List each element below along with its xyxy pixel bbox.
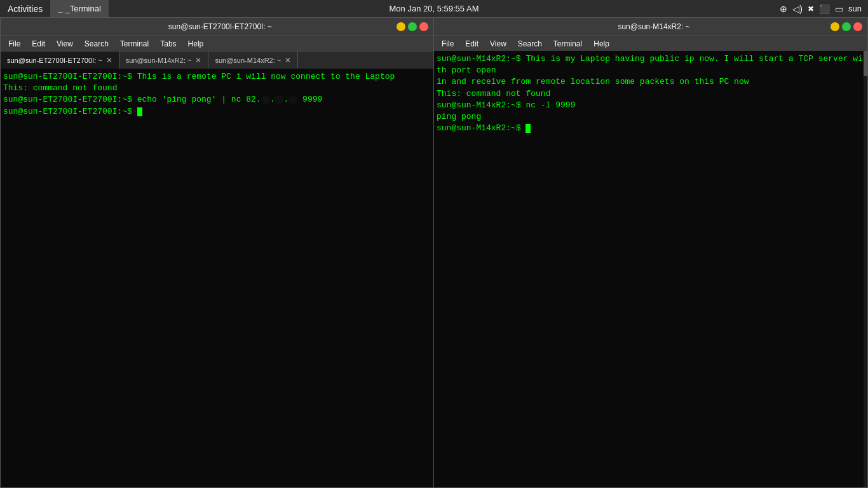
left-close-button[interactable]: ✕ [419, 22, 428, 31]
right-line-5: sun@sun-M14xR2:~$ [437, 123, 865, 134]
left-window-controls: — □ ✕ [397, 22, 428, 31]
right-line-1: in and receive from remote location some… [437, 76, 865, 88]
right-minimize-button[interactable]: — [831, 22, 839, 31]
left-menu-terminal[interactable]: Terminal [115, 38, 154, 50]
system-tray: ⊕ ◁) ✖ ⬛ ▭ sun [780, 4, 868, 14]
left-tab-2-label: sun@sun-M14xR2: ~ [215, 57, 281, 64]
right-scrollbar[interactable] [864, 51, 867, 487]
left-tab-0-close[interactable]: ✕ [106, 57, 112, 64]
right-menu-help[interactable]: Help [588, 38, 614, 50]
left-terminal-title: sun@sun-ET2700I-ET2700I: ~ [44, 22, 397, 31]
right-line-2: This: command not found [437, 88, 865, 100]
left-terminal-titlebar: sun@sun-ET2700I-ET2700I: ~ — □ ✕ [1, 18, 433, 36]
bluetooth-icon[interactable]: ✖ [808, 4, 814, 13]
left-menu-edit[interactable]: Edit [27, 38, 50, 50]
left-menu-tabs[interactable]: Tabs [155, 38, 181, 50]
left-minimize-button[interactable]: — [397, 22, 405, 31]
left-line-3: sun@sun-ET2700I-ET2700I:~$ [3, 106, 431, 118]
main-content: sun@sun-ET2700I-ET2700I: ~ — □ ✕ File Ed… [0, 17, 868, 488]
right-terminal-title: sun@sun-M14xR2: ~ [477, 22, 831, 31]
system-datetime: Mon Jan 20, 5:59:55 AM [390, 4, 479, 13]
left-tab-0[interactable]: sun@sun-ET2700I-ET2700I: ~ ✕ [1, 51, 119, 69]
activities-label: Activities [8, 4, 43, 14]
left-tab-1-close[interactable]: ✕ [195, 57, 201, 64]
terminal-label: _Terminal [65, 4, 100, 13]
left-menu-file[interactable]: File [3, 38, 25, 50]
right-menu-terminal[interactable]: Terminal [548, 38, 587, 50]
left-menubar: File Edit View Search Terminal Tabs Help [1, 36, 433, 51]
system-bar: Activities _ _Terminal Mon Jan 20, 5:59:… [0, 0, 868, 17]
right-line-4: ping pong [437, 111, 865, 123]
right-menu-view[interactable]: View [485, 38, 512, 50]
activities-button[interactable]: Activities [0, 0, 50, 17]
username[interactable]: sun [848, 4, 862, 13]
right-terminal-window: sun@sun-M14xR2: ~ — □ ✕ File Edit View S… [434, 17, 868, 488]
right-menu-file[interactable]: File [437, 38, 459, 50]
right-line-3: sun@sun-M14xR2:~$ nc -l 9999 [437, 100, 865, 111]
left-tab-2-close[interactable]: ✕ [285, 57, 291, 64]
left-tab-1-label: sun@sun-M14xR2: ~ [126, 57, 192, 64]
sound-icon[interactable]: ◁) [792, 4, 803, 14]
left-line-1: This: command not found [3, 83, 431, 94]
left-menu-search[interactable]: Search [79, 38, 114, 50]
accessibility-icon[interactable]: ⊕ [780, 4, 787, 14]
system-bar-left: Activities _ _Terminal [0, 0, 109, 17]
left-menu-view[interactable]: View [51, 38, 78, 50]
left-line-2: sun@sun-ET2700I-ET2700I:~$ echo 'ping po… [3, 94, 431, 105]
right-window-controls: — □ ✕ [831, 22, 862, 31]
battery-icon[interactable]: ▭ [835, 4, 843, 14]
left-tab-2[interactable]: sun@sun-M14xR2: ~ ✕ [208, 51, 298, 69]
right-close-button[interactable]: ✕ [853, 22, 862, 31]
right-maximize-button[interactable]: □ [842, 22, 851, 31]
right-terminal-content[interactable]: sun@sun-M14xR2:~$ This is my Laptop havi… [434, 51, 867, 487]
right-scrollbar-thumb[interactable] [864, 51, 867, 76]
terminal-icon: _ [58, 4, 62, 13]
right-line-0: sun@sun-M14xR2:~$ This is my Laptop havi… [437, 53, 865, 76]
left-terminal-window: sun@sun-ET2700I-ET2700I: ~ — □ ✕ File Ed… [0, 17, 434, 488]
left-maximize-button[interactable]: □ [408, 22, 417, 31]
terminal-taskbar-button[interactable]: _ _Terminal [50, 0, 109, 17]
left-line-0: sun@sun-ET2700I-ET2700I:~$ This is a rem… [3, 71, 431, 83]
left-tab-0-label: sun@sun-ET2700I-ET2700I: ~ [7, 57, 102, 64]
right-menu-search[interactable]: Search [513, 38, 547, 50]
right-terminal-titlebar: sun@sun-M14xR2: ~ — □ ✕ [434, 18, 867, 36]
right-menu-edit[interactable]: Edit [460, 38, 484, 50]
left-terminal-content[interactable]: sun@sun-ET2700I-ET2700I:~$ This is a rem… [1, 69, 433, 487]
right-menubar: File Edit View Search Terminal Help [434, 36, 867, 51]
left-menu-help[interactable]: Help [183, 38, 209, 50]
network-icon[interactable]: ⬛ [819, 4, 830, 14]
left-tabbar: sun@sun-ET2700I-ET2700I: ~ ✕ sun@sun-M14… [1, 51, 433, 69]
left-tab-1[interactable]: sun@sun-M14xR2: ~ ✕ [119, 51, 209, 69]
